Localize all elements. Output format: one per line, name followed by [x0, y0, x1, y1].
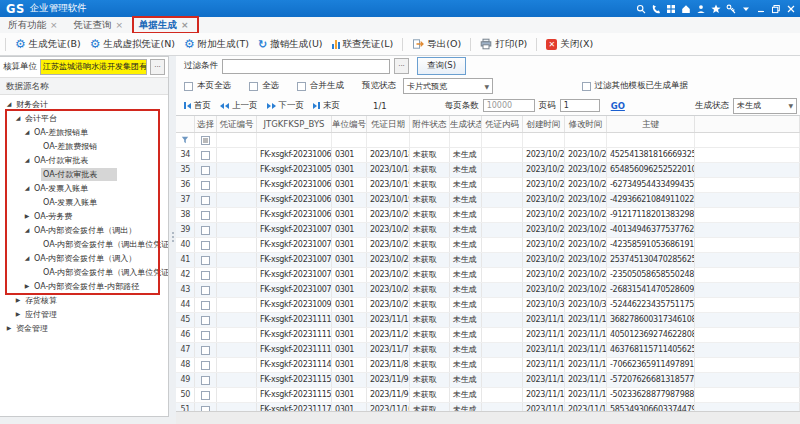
table-row[interactable]: 47FK-xsgkf-20231111903012023/11/7未获取未生成2…: [176, 343, 800, 358]
panel-splitter[interactable]: [169, 56, 176, 417]
table-row[interactable]: 39FK-xsgkf-20231007003012023/10/20未获取未生成…: [176, 223, 800, 238]
table-row[interactable]: 36FK-xsgkf-20231006703012023/10/19未获取未生成…: [176, 178, 800, 193]
table-row[interactable]: 35FK-xsgkf-20231005603012023/10/18未获取未生成…: [176, 163, 800, 178]
row-select[interactable]: [195, 298, 217, 312]
tab-close-icon[interactable]: ×: [50, 21, 58, 30]
generate-status-select[interactable]: 未生成 ▼: [733, 98, 797, 114]
select-page-all-checkbox[interactable]: [184, 82, 193, 91]
table-row[interactable]: 37FK-xsgkf-20231006803012023/10/19未获取未生成…: [176, 193, 800, 208]
tree-expander-icon[interactable]: ◢: [22, 227, 32, 233]
tree-item[interactable]: OA-差旅费报销: [0, 139, 168, 153]
table-row[interactable]: 48FK-xsgkf-20231114603012023/11/8未获取未生成2…: [176, 358, 800, 373]
tree-item[interactable]: OA-付款审批表: [0, 167, 168, 181]
phone-icon[interactable]: [651, 4, 661, 14]
tree-expander-icon[interactable]: ◢: [22, 129, 32, 135]
row-select[interactable]: [195, 223, 217, 237]
toolbar-button-生成虚拟凭证(N)[interactable]: ⚙生成虚拟凭证(N): [90, 38, 175, 51]
row-select[interactable]: [195, 193, 217, 207]
search-button[interactable]: 查询(S): [417, 57, 466, 75]
page-size-input[interactable]: 10000: [483, 99, 535, 112]
toolbar-button-关闭(X)[interactable]: ✕关闭(X): [546, 38, 593, 51]
row-select[interactable]: [195, 388, 217, 402]
row-select[interactable]: [195, 373, 217, 387]
tree-expander-icon[interactable]: ▶: [22, 283, 32, 289]
tree-item[interactable]: OA-内部资金拨付单（调出单位凭证）: [0, 237, 168, 251]
table-row[interactable]: 42FK-xsgkf-20231007403012023/10/23未获取未生成…: [176, 268, 800, 283]
row-checkbox[interactable]: [201, 361, 210, 370]
tree-item[interactable]: ◢财务会计: [0, 97, 168, 111]
row-select[interactable]: [195, 343, 217, 357]
row-checkbox[interactable]: [201, 241, 210, 250]
preview-status-select[interactable]: 卡片式预览 ▼: [403, 78, 493, 94]
toolbar-button-附加生成(T)[interactable]: ⚙附加生成(T): [184, 38, 249, 51]
first-page-button[interactable]: 首页: [184, 100, 211, 112]
tree-item[interactable]: ▶存货核算: [0, 293, 168, 307]
dropdown-icon[interactable]: [741, 4, 751, 14]
table-row[interactable]: 40FK-xsgkf-20231007103012023/10/23未获取未生成…: [176, 238, 800, 253]
table-row[interactable]: 38FK-xsgkf-20231006903012023/10/20未获取未生成…: [176, 208, 800, 223]
table-row[interactable]: 41FK-xsgkf-20231007303012023/10/23未获取未生成…: [176, 253, 800, 268]
select-all-checkbox[interactable]: [249, 82, 258, 91]
tree-item[interactable]: ◢会计平台: [0, 111, 168, 125]
row-checkbox[interactable]: [201, 196, 210, 205]
tree-expander-icon[interactable]: ▶: [13, 311, 23, 317]
user-icon[interactable]: [696, 4, 706, 14]
column-header-凭证内码[interactable]: 凭证内码: [482, 116, 523, 132]
column-header-单位编号[interactable]: 单位编号: [332, 116, 367, 132]
column-header-主键[interactable]: 主键: [607, 116, 695, 132]
toolbar-button-导出(O)[interactable]: 导出(O): [412, 38, 461, 51]
row-checkbox[interactable]: [201, 286, 210, 295]
tree-expander-icon[interactable]: ▶: [4, 325, 14, 331]
column-header-创建时间[interactable]: 创建时间: [523, 116, 565, 132]
tree-expander-icon[interactable]: ◢: [22, 157, 32, 163]
prev-page-button[interactable]: 上一页: [220, 100, 258, 112]
filter-cell[interactable]: [176, 133, 195, 147]
row-checkbox[interactable]: [201, 376, 210, 385]
tree-expander-icon[interactable]: ◢: [4, 101, 14, 107]
go-link[interactable]: GO: [611, 101, 625, 111]
column-header-JTGKFKSP_BYS[interactable]: JTGKFKSP_BYS: [257, 116, 332, 132]
toolbar-button-生成凭证(B)[interactable]: ⚙生成凭证(B): [15, 38, 81, 51]
next-page-button[interactable]: 下一页: [267, 100, 305, 112]
tree-item[interactable]: ◢OA-付款审批表: [0, 153, 168, 167]
tab-close-icon[interactable]: ×: [181, 21, 189, 30]
table-row[interactable]: 34FK-xsgkf-20231006203012023/10/18未获取未生成…: [176, 148, 800, 163]
search-icon[interactable]: [636, 4, 646, 14]
table-row[interactable]: 43FK-xsgkf-20231007503012023/10/24未获取未生成…: [176, 283, 800, 298]
row-checkbox[interactable]: [201, 271, 210, 280]
column-header-附件状态[interactable]: 附件状态: [410, 116, 450, 132]
restore-icon[interactable]: [771, 4, 781, 14]
toolbar-button-打印(P)[interactable]: 打印(P): [480, 38, 527, 51]
tab-凭证查询[interactable]: 凭证查询×: [66, 17, 132, 33]
table-row[interactable]: 50FK-xsgkf-20231115203012023/11/9未获取未生成2…: [176, 388, 800, 403]
table-row[interactable]: 45FK-xsgkf-20231111003012023/11/1未获取未生成2…: [176, 313, 800, 328]
column-header-生成状态[interactable]: 生成状态: [450, 116, 482, 132]
merge-generate-checkbox[interactable]: [297, 82, 306, 91]
table-row[interactable]: 46FK-xsgkf-20231111503012023/11/2未获取未生成2…: [176, 328, 800, 343]
tree-expander-icon[interactable]: ◢: [13, 115, 23, 121]
row-checkbox[interactable]: [201, 211, 210, 220]
row-checkbox[interactable]: [201, 256, 210, 265]
apps-icon[interactable]: [666, 4, 676, 14]
tree-expander-icon[interactable]: ▶: [13, 297, 23, 303]
row-select[interactable]: [195, 283, 217, 297]
row-checkbox[interactable]: [201, 166, 210, 175]
column-header-修改时间[interactable]: 修改时间: [565, 116, 607, 132]
home-icon[interactable]: [681, 4, 691, 14]
tree-expander-icon[interactable]: ◢: [22, 255, 32, 261]
row-select[interactable]: [195, 253, 217, 267]
tree-item[interactable]: ▶OA-劳务费: [0, 209, 168, 223]
row-checkbox[interactable]: [201, 346, 210, 355]
tree-item[interactable]: ▶应付管理: [0, 307, 168, 321]
row-checkbox[interactable]: [201, 331, 210, 340]
row-select[interactable]: [195, 268, 217, 282]
row-checkbox[interactable]: [201, 226, 210, 235]
row-select[interactable]: [195, 163, 217, 177]
tab-单据生成[interactable]: 单据生成×: [131, 17, 197, 33]
tree-item[interactable]: OA-发票入账单: [0, 195, 168, 209]
row-select[interactable]: [195, 328, 217, 342]
accounting-unit-browse-button[interactable]: ···: [150, 59, 165, 75]
toolbar-button-联查凭证(L)[interactable]: 联查凭证(L): [332, 38, 394, 51]
row-checkbox[interactable]: [201, 316, 210, 325]
tree-item[interactable]: ◢OA-发票入账单: [0, 181, 168, 195]
